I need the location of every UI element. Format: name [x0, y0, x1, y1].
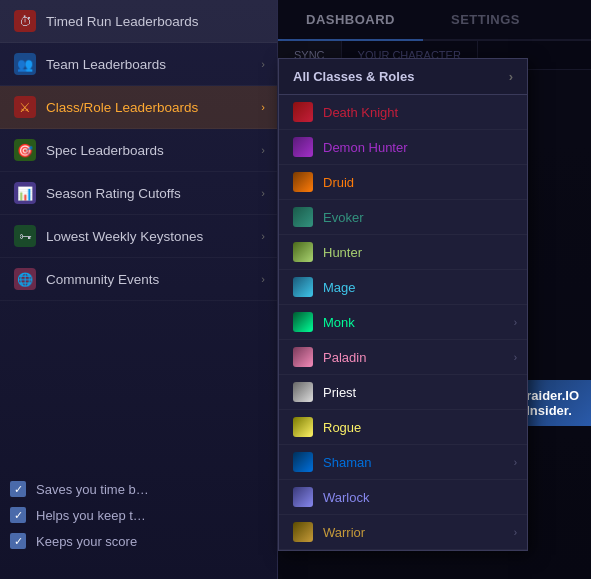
dropdown-header-chevron: › — [509, 69, 513, 84]
dropdown-item-rogue[interactable]: Rogue — [279, 410, 527, 445]
druid-label: Druid — [323, 175, 354, 190]
mage-icon — [293, 277, 313, 297]
chevron-icon: › — [261, 187, 265, 199]
warrior-chevron: › — [514, 527, 517, 538]
sidebar-item-community-label: Community Events — [46, 272, 159, 287]
sidebar-item-class-role-label: Class/Role Leaderboards — [46, 100, 198, 115]
dropdown-item-monk[interactable]: Monk › — [279, 305, 527, 340]
sidebar-item-class-role[interactable]: ⚔ Class/Role Leaderboards › — [0, 86, 277, 129]
death-knight-icon — [293, 102, 313, 122]
checkbox-saves-time[interactable]: ✓ — [10, 481, 26, 497]
warrior-label: Warrior — [323, 525, 365, 540]
mage-label: Mage — [323, 280, 356, 295]
sidebar-item-timed-run[interactable]: ⏱ Timed Run Leaderboards — [0, 0, 277, 43]
score-info: ✓ Saves you time b… ✓ Helps you keep t… … — [10, 481, 265, 559]
dropdown-item-warlock[interactable]: Warlock — [279, 480, 527, 515]
warlock-icon — [293, 487, 313, 507]
score-item-keeps-score-text: Keeps your score — [36, 534, 137, 549]
dropdown-item-hunter[interactable]: Hunter — [279, 235, 527, 270]
shaman-label: Shaman — [323, 455, 371, 470]
evoker-icon — [293, 207, 313, 227]
class-role-dropdown: All Classes & Roles › Death Knight Demon… — [278, 58, 528, 551]
tab-dashboard[interactable]: DASHBOARD — [278, 0, 423, 41]
team-icon: 👥 — [14, 53, 36, 75]
header-tabs: DASHBOARD SETTINGS — [278, 0, 591, 41]
dropdown-item-warrior[interactable]: Warrior › — [279, 515, 527, 550]
insider-text: Insider. — [526, 403, 572, 418]
sidebar-item-lowest-weekly-label: Lowest Weekly Keystones — [46, 229, 203, 244]
demon-hunter-label: Demon Hunter — [323, 140, 408, 155]
rogue-icon — [293, 417, 313, 437]
monk-icon — [293, 312, 313, 332]
sidebar-item-spec-label: Spec Leaderboards — [46, 143, 164, 158]
death-knight-label: Death Knight — [323, 105, 398, 120]
rogue-label: Rogue — [323, 420, 361, 435]
druid-icon — [293, 172, 313, 192]
monk-label: Monk — [323, 315, 355, 330]
dropdown-item-death-knight[interactable]: Death Knight — [279, 95, 527, 130]
priest-label: Priest — [323, 385, 356, 400]
score-item-helps-keep-text: Helps you keep t… — [36, 508, 146, 523]
timed-run-icon: ⏱ — [14, 10, 36, 32]
sidebar: ⏱ Timed Run Leaderboards 👥 Team Leaderbo… — [0, 0, 278, 579]
chevron-icon: › — [261, 144, 265, 156]
sidebar-item-timed-run-label: Timed Run Leaderboards — [46, 14, 199, 29]
shaman-icon — [293, 452, 313, 472]
checkbox-helps-keep[interactable]: ✓ — [10, 507, 26, 523]
dropdown-item-evoker[interactable]: Evoker — [279, 200, 527, 235]
sidebar-item-lowest-weekly[interactable]: 🗝 Lowest Weekly Keystones › — [0, 215, 277, 258]
sidebar-item-team[interactable]: 👥 Team Leaderboards › — [0, 43, 277, 86]
dropdown-header: All Classes & Roles › — [279, 59, 527, 95]
dropdown-item-mage[interactable]: Mage — [279, 270, 527, 305]
community-icon: 🌐 — [14, 268, 36, 290]
raiderio-text: raider. — [526, 388, 565, 403]
evoker-label: Evoker — [323, 210, 363, 225]
warrior-icon — [293, 522, 313, 542]
score-item-saves-time: ✓ Saves you time b… — [10, 481, 265, 497]
score-item-keeps-score: ✓ Keeps your score — [10, 533, 265, 549]
checkbox-keeps-score[interactable]: ✓ — [10, 533, 26, 549]
chevron-icon: › — [261, 230, 265, 242]
chevron-icon: › — [261, 58, 265, 70]
dropdown-item-paladin[interactable]: Paladin › — [279, 340, 527, 375]
chevron-icon: › — [261, 273, 265, 285]
season-icon: 📊 — [14, 182, 36, 204]
shaman-chevron: › — [514, 457, 517, 468]
demon-hunter-icon — [293, 137, 313, 157]
sidebar-item-spec[interactable]: 🎯 Spec Leaderboards › — [0, 129, 277, 172]
sidebar-item-community[interactable]: 🌐 Community Events › — [0, 258, 277, 301]
warlock-label: Warlock — [323, 490, 369, 505]
dropdown-item-priest[interactable]: Priest — [279, 375, 527, 410]
class-role-icon: ⚔ — [14, 96, 36, 118]
score-item-helps-keep: ✓ Helps you keep t… — [10, 507, 265, 523]
priest-icon — [293, 382, 313, 402]
sidebar-item-team-label: Team Leaderboards — [46, 57, 166, 72]
monk-chevron: › — [514, 317, 517, 328]
sidebar-item-season-label: Season Rating Cutoffs — [46, 186, 181, 201]
chevron-icon: › — [261, 101, 265, 113]
dropdown-item-shaman[interactable]: Shaman › — [279, 445, 527, 480]
lowest-weekly-icon: 🗝 — [14, 225, 36, 247]
dropdown-item-demon-hunter[interactable]: Demon Hunter — [279, 130, 527, 165]
sidebar-item-season-rating[interactable]: 📊 Season Rating Cutoffs › — [0, 172, 277, 215]
dropdown-header-label: All Classes & Roles — [293, 69, 414, 84]
paladin-label: Paladin — [323, 350, 366, 365]
score-item-saves-time-text: Saves you time b… — [36, 482, 149, 497]
dropdown-item-druid[interactable]: Druid — [279, 165, 527, 200]
spec-icon: 🎯 — [14, 139, 36, 161]
paladin-icon — [293, 347, 313, 367]
hunter-icon — [293, 242, 313, 262]
paladin-chevron: › — [514, 352, 517, 363]
hunter-label: Hunter — [323, 245, 362, 260]
tab-settings[interactable]: SETTINGS — [423, 0, 548, 39]
